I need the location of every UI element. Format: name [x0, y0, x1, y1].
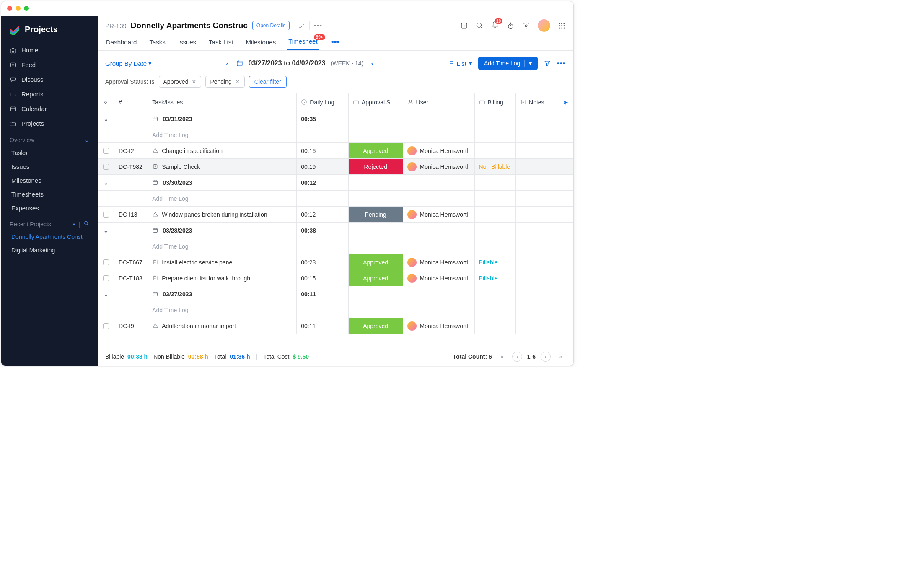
row-checkbox[interactable] [103, 164, 109, 170]
row-checkbox[interactable] [103, 212, 109, 218]
collapse-all-icon[interactable]: » [103, 101, 109, 104]
row-number: DC-T982 [119, 163, 142, 170]
search-icon[interactable] [476, 22, 484, 30]
daily-total: 00:11 [301, 291, 316, 298]
timesheet-row[interactable]: DC-I13Window panes broken during install… [98, 207, 573, 223]
approval-status[interactable]: Approved [349, 270, 403, 286]
nav-label: Feed [21, 61, 36, 68]
clear-filter-button[interactable]: Clear filter [249, 76, 287, 88]
add-icon[interactable] [460, 22, 468, 30]
date-label: 03/31/2023 [163, 116, 192, 122]
tab-timesheet[interactable]: Timesheet99+ [287, 34, 318, 50]
gear-icon[interactable] [522, 22, 530, 30]
approval-status[interactable]: Approved [349, 143, 403, 158]
tab-task-list[interactable]: Task List [208, 34, 234, 50]
tab-tasks[interactable]: Tasks [148, 34, 166, 50]
add-time-log-button[interactable]: Add Time Log ▾ [478, 57, 538, 70]
col-approval-header[interactable]: Approval St... [362, 99, 397, 106]
nav-discuss[interactable]: Discuss [1, 72, 98, 87]
tabs-more-icon[interactable]: ••• [329, 37, 342, 47]
timesheet-row[interactable]: DC-I2Change in specification00:16Approve… [98, 143, 573, 159]
approval-status[interactable]: Approved [349, 254, 403, 270]
more-icon[interactable]: ••• [314, 22, 323, 29]
chip-remove-icon[interactable]: ✕ [192, 78, 197, 85]
chevron-down-icon[interactable]: ⌄ [104, 227, 109, 234]
tab-milestones[interactable]: Milestones [245, 34, 277, 50]
col-task-header[interactable]: Task/Issues [152, 99, 183, 106]
search-icon[interactable] [84, 221, 89, 228]
stopwatch-icon[interactable] [507, 22, 515, 30]
recent-project-item[interactable]: Donnelly Apartments Const [1, 230, 98, 243]
svg-rect-18 [354, 101, 358, 104]
timesheet-row[interactable]: DC-T667Install electric service panel00:… [98, 254, 573, 270]
apps-grid-icon[interactable] [558, 22, 566, 30]
more-icon[interactable]: ••• [557, 60, 566, 67]
nav-reports[interactable]: Reports [1, 87, 98, 101]
add-time-log-row[interactable]: Add Time Log [98, 302, 573, 318]
user-icon [407, 99, 414, 105]
user-avatar[interactable] [538, 19, 550, 32]
overview-section-header[interactable]: Overview ⌄ [1, 131, 98, 146]
calendar-icon[interactable] [236, 60, 243, 67]
next-week-button[interactable]: › [368, 60, 376, 67]
minimize-dot[interactable] [16, 6, 21, 11]
svg-point-11 [561, 25, 562, 26]
calendar-icon [152, 179, 158, 186]
nav-calendar[interactable]: Calendar [1, 101, 98, 116]
add-time-log-row[interactable]: Add Time Log [98, 127, 573, 143]
col-notes-header[interactable]: Notes [529, 99, 544, 106]
calendar-icon [152, 291, 158, 297]
edit-icon[interactable] [298, 22, 305, 29]
add-column-icon[interactable]: ⊕ [563, 99, 568, 106]
row-checkbox[interactable] [103, 323, 109, 329]
chip-remove-icon[interactable]: ✕ [235, 78, 240, 85]
timesheet-row[interactable]: DC-T982Sample Check00:19RejectedMonica H… [98, 159, 573, 175]
maximize-dot[interactable] [24, 6, 29, 11]
approval-status[interactable]: Rejected [349, 159, 403, 174]
col-user-header[interactable]: User [416, 99, 429, 106]
add-time-log-row[interactable]: Add Time Log [98, 191, 573, 207]
approval-status[interactable]: Approved [349, 318, 403, 334]
approval-status[interactable]: Pending [349, 207, 403, 222]
billing-type: Billable [479, 259, 498, 266]
overview-item-timesheets[interactable]: Timesheets [1, 187, 98, 201]
row-checkbox[interactable] [103, 275, 109, 281]
chevron-down-icon[interactable]: ⌄ [104, 291, 109, 298]
close-dot[interactable] [7, 6, 12, 11]
add-time-log-row[interactable]: Add Time Log [98, 238, 573, 254]
pager-first-button[interactable]: « [497, 352, 507, 362]
col-daily-header[interactable]: Daily Log [310, 99, 334, 106]
overview-item-milestones[interactable]: Milestones [1, 174, 98, 187]
row-checkbox[interactable] [103, 259, 109, 265]
pager-next-button[interactable]: › [541, 352, 551, 362]
prev-week-button[interactable]: ‹ [224, 60, 231, 67]
pager-last-button[interactable]: » [556, 352, 566, 362]
open-details-button[interactable]: Open Details [252, 21, 290, 30]
col-number-header[interactable]: # [119, 99, 122, 106]
group-by-dropdown[interactable]: Group By Date ▾ [105, 60, 152, 67]
view-toggle[interactable]: List ▾ [448, 60, 472, 67]
row-checkbox[interactable] [103, 148, 109, 154]
filter-icon[interactable] [544, 60, 551, 67]
timesheet-row[interactable]: DC-I9Adulteration in mortar import00:11A… [98, 318, 573, 334]
col-billing-header[interactable]: Billing ... [488, 99, 510, 106]
recent-project-item[interactable]: Digital Marketing [1, 243, 98, 257]
overview-item-tasks[interactable]: Tasks [1, 146, 98, 160]
tab-issues[interactable]: Issues [177, 34, 197, 50]
overview-item-expenses[interactable]: Expenses [1, 201, 98, 215]
nav-projects[interactable]: Projects [1, 116, 98, 131]
feed-icon [10, 62, 16, 68]
sliders-icon[interactable]: ≡ [72, 221, 75, 228]
nav-feed[interactable]: Feed [1, 57, 98, 72]
daily-total: 00:35 [301, 116, 316, 122]
notification-badge: 10 [495, 18, 502, 24]
nav-home[interactable]: Home [1, 43, 98, 57]
overview-item-issues[interactable]: Issues [1, 160, 98, 174]
chevron-down-icon[interactable]: ⌄ [104, 179, 109, 186]
tab-dashboard[interactable]: Dashboard [105, 34, 137, 50]
timesheet-row[interactable]: DC-T183Prepare client list for walk thro… [98, 270, 573, 286]
row-number: DC-I2 [119, 148, 134, 154]
pager-prev-button[interactable]: ‹ [512, 352, 522, 362]
chevron-down-icon[interactable]: ⌄ [104, 116, 109, 122]
brand: Projects [1, 18, 98, 43]
